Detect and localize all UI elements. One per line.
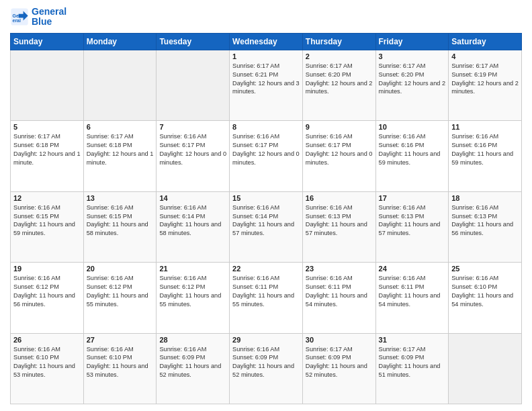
- day-info: Sunrise: 6:17 AM Sunset: 6:19 PM Dayligh…: [451, 62, 519, 97]
- day-number: 27: [87, 336, 154, 344]
- day-number: 4: [451, 52, 519, 60]
- day-info: Sunrise: 6:16 AM Sunset: 6:16 PM Dayligh…: [379, 132, 446, 167]
- calendar-cell: 20Sunrise: 6:16 AM Sunset: 6:12 PM Dayli…: [83, 263, 157, 333]
- day-number: 28: [159, 336, 226, 344]
- calendar-cell: 22Sunrise: 6:16 AM Sunset: 6:11 PM Dayli…: [230, 263, 303, 333]
- day-info: Sunrise: 6:16 AM Sunset: 6:17 PM Dayligh…: [306, 132, 373, 167]
- calendar-cell: 9Sunrise: 6:16 AM Sunset: 6:17 PM Daylig…: [302, 121, 375, 191]
- weekday-header-wednesday: Wednesday: [230, 33, 303, 50]
- calendar-cell: 28Sunrise: 6:16 AM Sunset: 6:09 PM Dayli…: [157, 333, 230, 404]
- day-info: Sunrise: 6:16 AM Sunset: 6:10 PM Dayligh…: [87, 345, 154, 380]
- logo-text: General Blue: [32, 7, 66, 28]
- day-number: 23: [306, 265, 373, 273]
- day-number: 14: [159, 194, 226, 202]
- day-number: 13: [87, 194, 154, 202]
- calendar-cell: 16Sunrise: 6:16 AM Sunset: 6:13 PM Dayli…: [302, 191, 375, 262]
- day-number: 29: [232, 336, 300, 344]
- header: Gen eral General Blue: [10, 7, 522, 28]
- calendar-cell: 5Sunrise: 6:17 AM Sunset: 6:18 PM Daylig…: [11, 121, 84, 191]
- day-info: Sunrise: 6:16 AM Sunset: 6:13 PM Dayligh…: [379, 203, 446, 238]
- day-number: 21: [159, 265, 226, 273]
- day-info: Sunrise: 6:16 AM Sunset: 6:09 PM Dayligh…: [159, 345, 226, 380]
- day-info: Sunrise: 6:16 AM Sunset: 6:10 PM Dayligh…: [451, 274, 519, 309]
- calendar-week-5: 26Sunrise: 6:16 AM Sunset: 6:10 PM Dayli…: [11, 333, 522, 404]
- calendar-cell: 6Sunrise: 6:17 AM Sunset: 6:18 PM Daylig…: [83, 121, 157, 191]
- calendar-cell: 8Sunrise: 6:16 AM Sunset: 6:17 PM Daylig…: [230, 121, 303, 191]
- day-number: 5: [13, 123, 81, 131]
- day-number: 25: [451, 265, 519, 273]
- day-info: Sunrise: 6:17 AM Sunset: 6:09 PM Dayligh…: [379, 345, 446, 380]
- day-number: 16: [306, 194, 373, 202]
- day-info: Sunrise: 6:17 AM Sunset: 6:18 PM Dayligh…: [13, 132, 81, 167]
- day-number: 19: [13, 265, 81, 273]
- day-info: Sunrise: 6:16 AM Sunset: 6:16 PM Dayligh…: [451, 132, 519, 167]
- day-info: Sunrise: 6:16 AM Sunset: 6:15 PM Dayligh…: [13, 203, 81, 238]
- day-number: 7: [159, 123, 226, 131]
- calendar-week-3: 12Sunrise: 6:16 AM Sunset: 6:15 PM Dayli…: [11, 191, 522, 262]
- weekday-header-saturday: Saturday: [449, 33, 522, 50]
- day-number: 1: [232, 52, 300, 60]
- calendar-cell: 10Sunrise: 6:16 AM Sunset: 6:16 PM Dayli…: [375, 121, 449, 191]
- day-info: Sunrise: 6:17 AM Sunset: 6:09 PM Dayligh…: [306, 345, 373, 380]
- calendar-week-1: 1Sunrise: 6:17 AM Sunset: 6:21 PM Daylig…: [11, 50, 522, 120]
- day-info: Sunrise: 6:16 AM Sunset: 6:15 PM Dayligh…: [87, 203, 154, 238]
- day-number: 10: [379, 123, 446, 131]
- day-number: 22: [232, 265, 300, 273]
- calendar-cell: 27Sunrise: 6:16 AM Sunset: 6:10 PM Dayli…: [83, 333, 157, 404]
- day-number: 17: [379, 194, 446, 202]
- calendar-cell: 11Sunrise: 6:16 AM Sunset: 6:16 PM Dayli…: [449, 121, 522, 191]
- calendar-cell: 4Sunrise: 6:17 AM Sunset: 6:19 PM Daylig…: [449, 50, 522, 120]
- calendar-cell: 21Sunrise: 6:16 AM Sunset: 6:12 PM Dayli…: [157, 263, 230, 333]
- calendar-cell: 26Sunrise: 6:16 AM Sunset: 6:10 PM Dayli…: [11, 333, 84, 404]
- calendar-cell: 24Sunrise: 6:16 AM Sunset: 6:11 PM Dayli…: [375, 263, 449, 333]
- calendar-cell: 15Sunrise: 6:16 AM Sunset: 6:14 PM Dayli…: [230, 191, 303, 262]
- day-info: Sunrise: 6:16 AM Sunset: 6:11 PM Dayligh…: [232, 274, 300, 309]
- weekday-header-friday: Friday: [375, 33, 449, 50]
- day-info: Sunrise: 6:16 AM Sunset: 6:09 PM Dayligh…: [232, 345, 300, 380]
- calendar-cell: 18Sunrise: 6:16 AM Sunset: 6:13 PM Dayli…: [449, 191, 522, 262]
- day-number: 8: [232, 123, 300, 131]
- calendar-cell: [157, 50, 230, 120]
- day-info: Sunrise: 6:17 AM Sunset: 6:21 PM Dayligh…: [232, 62, 300, 97]
- weekday-header-sunday: Sunday: [11, 33, 84, 50]
- calendar-cell: [449, 333, 522, 404]
- day-info: Sunrise: 6:16 AM Sunset: 6:11 PM Dayligh…: [306, 274, 373, 309]
- day-info: Sunrise: 6:16 AM Sunset: 6:12 PM Dayligh…: [87, 274, 154, 309]
- day-info: Sunrise: 6:16 AM Sunset: 6:11 PM Dayligh…: [379, 274, 446, 309]
- day-info: Sunrise: 6:16 AM Sunset: 6:10 PM Dayligh…: [13, 345, 81, 380]
- logo: Gen eral General Blue: [10, 7, 66, 28]
- calendar-cell: 30Sunrise: 6:17 AM Sunset: 6:09 PM Dayli…: [302, 333, 375, 404]
- day-info: Sunrise: 6:17 AM Sunset: 6:20 PM Dayligh…: [379, 62, 446, 97]
- day-info: Sunrise: 6:16 AM Sunset: 6:12 PM Dayligh…: [13, 274, 81, 309]
- calendar-body: 1Sunrise: 6:17 AM Sunset: 6:21 PM Daylig…: [11, 50, 522, 404]
- calendar-cell: 2Sunrise: 6:17 AM Sunset: 6:20 PM Daylig…: [302, 50, 375, 120]
- day-number: 6: [87, 123, 154, 131]
- svg-text:eral: eral: [13, 19, 21, 24]
- calendar-cell: 17Sunrise: 6:16 AM Sunset: 6:13 PM Dayli…: [375, 191, 449, 262]
- day-info: Sunrise: 6:16 AM Sunset: 6:14 PM Dayligh…: [232, 203, 300, 238]
- day-number: 3: [379, 52, 446, 60]
- day-number: 9: [306, 123, 373, 131]
- day-number: 18: [451, 194, 519, 202]
- calendar-cell: 14Sunrise: 6:16 AM Sunset: 6:14 PM Dayli…: [157, 191, 230, 262]
- calendar-week-2: 5Sunrise: 6:17 AM Sunset: 6:18 PM Daylig…: [11, 121, 522, 191]
- calendar-cell: [83, 50, 157, 120]
- day-number: 12: [13, 194, 81, 202]
- day-number: 30: [306, 336, 373, 344]
- calendar-cell: 12Sunrise: 6:16 AM Sunset: 6:15 PM Dayli…: [11, 191, 84, 262]
- day-number: 24: [379, 265, 446, 273]
- calendar-table: SundayMondayTuesdayWednesdayThursdayFrid…: [10, 33, 522, 404]
- calendar-cell: 29Sunrise: 6:16 AM Sunset: 6:09 PM Dayli…: [230, 333, 303, 404]
- day-info: Sunrise: 6:16 AM Sunset: 6:14 PM Dayligh…: [159, 203, 226, 238]
- day-number: 2: [306, 52, 373, 60]
- day-number: 20: [87, 265, 154, 273]
- weekday-header-monday: Monday: [83, 33, 157, 50]
- calendar-cell: 7Sunrise: 6:16 AM Sunset: 6:17 PM Daylig…: [157, 121, 230, 191]
- day-info: Sunrise: 6:17 AM Sunset: 6:20 PM Dayligh…: [306, 62, 373, 97]
- calendar-cell: 3Sunrise: 6:17 AM Sunset: 6:20 PM Daylig…: [375, 50, 449, 120]
- weekday-row: SundayMondayTuesdayWednesdayThursdayFrid…: [11, 33, 522, 50]
- calendar-cell: 1Sunrise: 6:17 AM Sunset: 6:21 PM Daylig…: [230, 50, 303, 120]
- page: Gen eral General Blue SundayMondayTuesda…: [0, 0, 532, 411]
- calendar-cell: 23Sunrise: 6:16 AM Sunset: 6:11 PM Dayli…: [302, 263, 375, 333]
- day-number: 26: [13, 336, 81, 344]
